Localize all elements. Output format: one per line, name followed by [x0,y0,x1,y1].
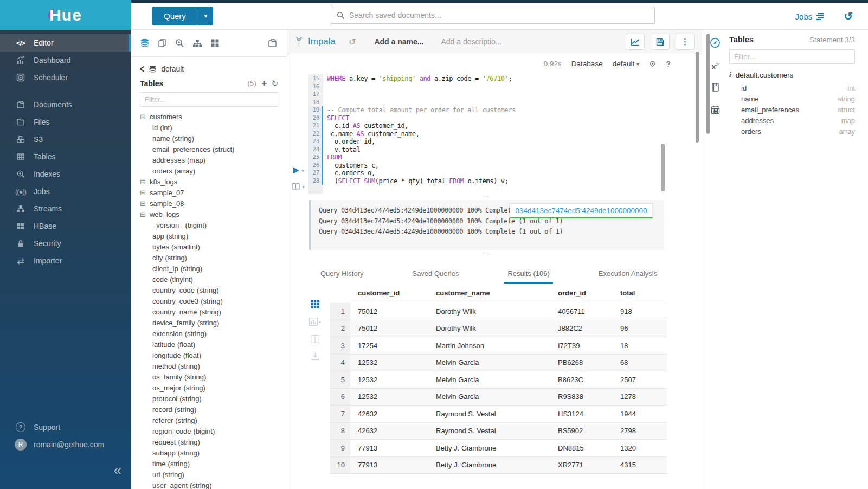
grid-view-icon[interactable] [311,300,319,308]
new-query-button[interactable]: Query ▾ [152,7,213,25]
column-header[interactable]: customer_name [428,285,550,303]
tree-item[interactable]: ⊞ k8s_logs [140,176,278,187]
tree-item[interactable]: ⊞ subapp (string) [140,447,278,458]
sql-assist-icon[interactable] [140,38,150,48]
search-input[interactable] [349,11,649,20]
tree-item[interactable]: ⊞ method (string) [140,361,278,371]
sidebar-item-files[interactable]: Files [0,113,131,131]
column-row[interactable]: name string [729,93,855,104]
download-icon[interactable] [311,352,319,361]
column-header[interactable]: total [613,285,667,303]
sidebar-item-documents[interactable]: Documents [0,96,131,113]
collapse-sidebar-button[interactable]: « [114,463,121,477]
tree-item[interactable]: ⊞ sample_07 [140,187,278,198]
panel-scrollbar[interactable] [696,52,699,143]
column-row[interactable]: addresses map [729,115,855,126]
tree-item[interactable]: ⊞ country_code3 (string) [140,295,278,306]
tree-item[interactable]: ⊞ longitude (float) [140,350,278,361]
add-table-icon[interactable]: + [261,79,267,88]
chart-options-caret[interactable]: ▾ [319,319,322,325]
right-filter-input[interactable] [729,49,855,64]
tree-item[interactable]: ⊞ device_family (string) [140,317,278,328]
table-row[interactable]: 4 12532 Melvin Garcia PB6268 68 [330,354,667,371]
more-actions-button[interactable]: ⋮ [676,34,695,50]
language-reference-icon[interactable] [711,83,720,93]
columns-view-icon[interactable] [311,335,319,343]
editor-scrollbar[interactable] [661,144,665,191]
query-dropdown-caret[interactable]: ▾ [198,7,214,25]
column-header[interactable]: order_id [550,285,613,303]
column-row[interactable]: email_preferences struct [729,104,855,115]
tree-item[interactable]: ⊞ customers [140,111,278,122]
sidebar-item-security[interactable]: Security [0,235,131,252]
sidebar-item-indexes[interactable]: Indexes [0,165,131,183]
column-row[interactable]: id int [729,82,855,93]
resize-handle-top[interactable]: ⋯ [309,194,664,200]
table-row[interactable]: 6 12532 Melvin Garcia R9S838 1278 [330,388,667,406]
documents-assist-icon[interactable] [158,38,167,48]
resize-handle-bottom[interactable]: ⋯ [309,250,664,256]
table-row[interactable]: 3 17254 Martin Johnson I72T39 18 [330,337,667,355]
tables-filter-input[interactable] [140,92,278,107]
current-database[interactable]: default [161,65,184,73]
apps-grid-icon[interactable] [210,38,220,48]
info-icon[interactable]: i [729,70,731,79]
tree-item[interactable]: ⊞ app (string) [140,230,278,241]
tree-item[interactable]: ⊞ referer (string) [140,415,278,426]
table-row[interactable]: 8 42632 Raymond S. Vestal BS5902 2798 [330,422,667,440]
table-row[interactable]: 1 75012 Dorothy Wilk 4056711 918 [330,303,667,320]
tree-item[interactable]: ⊞ latitude (float) [140,339,278,350]
tree-item[interactable]: ⊞ id (int) [140,122,278,133]
assistant-compass-icon[interactable] [710,37,721,50]
tab[interactable]: Results (106) [504,264,552,284]
table-row[interactable]: 7 42632 Raymond S. Vestal HS3124 1944 [330,406,667,423]
tree-item[interactable]: ⊞ os_family (string) [140,371,278,382]
tab[interactable]: Query History [317,264,367,284]
sidebar-item-editor[interactable]: </> Editor [0,34,131,52]
run-options-caret[interactable]: ▾ [301,168,304,173]
query-history-icon[interactable]: ↺ [844,10,853,23]
tree-item[interactable]: ⊞ client_ip (string) [140,263,278,274]
chart-button[interactable] [626,34,645,50]
back-chevron-icon[interactable]: < [140,63,144,75]
functions-icon[interactable]: x2 [711,62,718,71]
hue-logo[interactable]: Hue [0,0,131,30]
sidebar-item-user[interactable]: R romain@gethue.com [0,436,131,453]
sidebar-item-importer[interactable]: ⇄ Importer [0,252,131,269]
tree-item[interactable]: ⊞ bytes (smallint) [140,241,278,252]
query-id-tooltip[interactable]: 034d413ec7474ed5:4249de1000000000 [510,203,653,218]
sidebar-item-scheduler[interactable]: Scheduler [0,69,131,86]
table-row[interactable]: 10 77913 Betty J. Giambrone XR2771 4315 [330,456,667,474]
sidebar-item-s3[interactable]: S3 [0,131,131,148]
sidebar-item-streams[interactable]: Streams [0,200,131,217]
tree-item[interactable]: ⊞ time (string) [140,458,278,469]
column-row[interactable]: orders array [729,126,855,137]
tree-item[interactable]: ⊞ url (string) [140,469,278,480]
tree-item[interactable]: ⊞ email_preferences (struct) [140,144,278,155]
schedule-calendar-icon[interactable] [711,105,720,116]
tree-item[interactable]: ⊞ name (string) [140,133,278,144]
code-editor[interactable]: 15 WHERE a.key = 'shipping' and a.zip_co… [287,73,702,194]
query-name-field[interactable]: Add a name... [374,37,423,46]
tree-item[interactable]: ⊞ user_agent (string) [140,480,278,489]
tab[interactable]: Saved Queries [409,264,462,284]
table-row[interactable]: 2 75012 Dorothy Wilk J882C2 96 [330,320,667,337]
tree-item[interactable]: ⊞ addresses (map) [140,155,278,165]
tree-item[interactable]: ⊞ extension (string) [140,328,278,339]
tree-item[interactable]: ⊞ os_major (string) [140,382,278,393]
chart-view-icon[interactable]: ▾ [309,318,322,326]
right-panel-scrollbar[interactable] [706,34,710,134]
table-row[interactable]: 5 12532 Melvin Garcia B8623C 2507 [330,371,667,389]
column-header[interactable]: customer_id [350,285,428,303]
tree-item[interactable]: ⊞ web_logs [140,209,278,220]
tree-item[interactable]: ⊞ request (string) [140,436,278,447]
sidebar-item-tables[interactable]: Tables [0,148,131,165]
search-assist-icon[interactable] [175,38,184,48]
sidebar-item-dashboard[interactable]: Dashboard [0,52,131,69]
sidebar-item-jobs[interactable]: ((●)) Jobs [0,183,131,200]
projects-folder-icon[interactable] [268,38,278,48]
tree-item[interactable]: ⊞ code (tinyint) [140,274,278,285]
tree-item[interactable]: ⊞ orders (array) [140,165,278,176]
tree-item[interactable]: ⊞ country_name (string) [140,306,278,317]
refresh-tables-icon[interactable]: ↻ [271,79,278,87]
